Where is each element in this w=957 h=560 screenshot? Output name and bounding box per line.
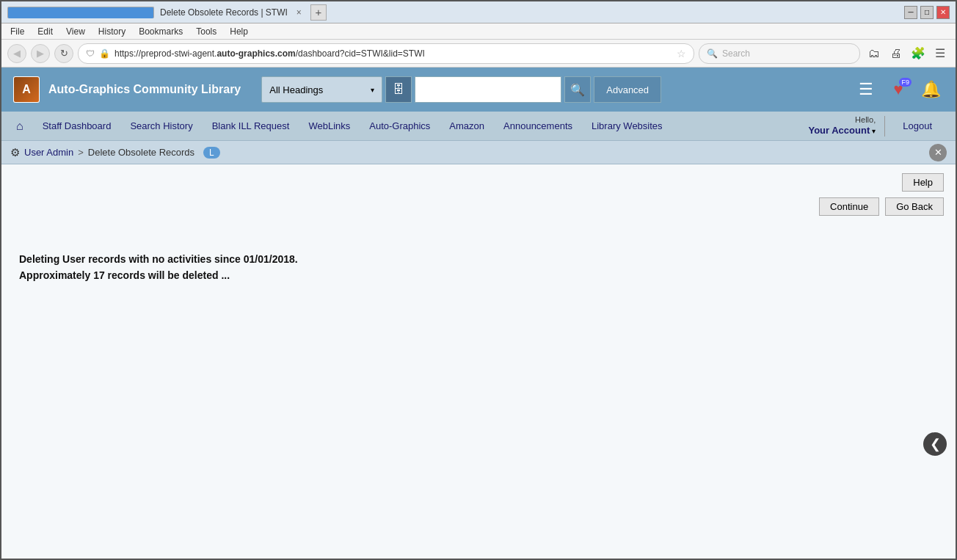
title-bar: Delete Obsolete Records | STWI × + ─ □ ✕: [1, 1, 956, 23]
back-nav-button[interactable]: ◀: [7, 44, 26, 63]
nav-search-history[interactable]: Search History: [121, 114, 201, 137]
tab-close-btn[interactable]: ×: [294, 7, 305, 18]
db-icon-button[interactable]: 🗄: [385, 76, 412, 103]
menu-bookmarks[interactable]: Bookmarks: [133, 25, 189, 38]
nav-auto-graphics[interactable]: Auto-Graphics: [360, 114, 439, 137]
app-title: Auto-Graphics Community Library: [48, 83, 241, 96]
go-back-button[interactable]: Go Back: [885, 197, 944, 216]
breadcrumb-separator: >: [78, 147, 84, 158]
list-view-button[interactable]: ☰: [853, 76, 879, 103]
nav-staff-dashboard[interactable]: Staff Dashboard: [34, 114, 120, 137]
favorites-button[interactable]: ♥ F9: [885, 76, 911, 103]
app-header: A Auto-Graphics Community Library All He…: [1, 68, 956, 112]
close-breadcrumb-button[interactable]: ✕: [929, 144, 947, 161]
minimize-button[interactable]: ─: [904, 6, 917, 19]
menu-file[interactable]: File: [4, 25, 30, 38]
browser-search-icon: 🔍: [707, 48, 718, 59]
url-text[interactable]: https://preprod-stwi-agent.auto-graphics…: [114, 48, 672, 59]
breadcrumb-current: Delete Obsolete Records: [88, 147, 194, 158]
account-label: Your Account: [808, 125, 870, 137]
nav-amazon[interactable]: Amazon: [440, 114, 493, 137]
breadcrumb-icon: ⚙: [10, 146, 20, 159]
account-chevron-icon: ▾: [872, 126, 876, 136]
heading-dropdown[interactable]: All Headings ▾: [261, 76, 382, 103]
breadcrumb-badge: L: [203, 147, 220, 159]
menu-tools[interactable]: Tools: [190, 25, 222, 38]
f9-badge: F9: [899, 78, 911, 87]
star-icon[interactable]: ☆: [677, 48, 686, 59]
breadcrumb-root[interactable]: User Admin: [24, 147, 73, 158]
search-icon: 🔍: [570, 83, 585, 97]
delete-message-line2: Approximately 17 records will be deleted…: [19, 267, 938, 283]
print-icon[interactable]: 🖨: [887, 44, 906, 63]
nav-announcements[interactable]: Announcements: [495, 114, 581, 137]
nav-library-websites[interactable]: Library Websites: [583, 114, 672, 137]
refresh-button[interactable]: ↻: [54, 44, 73, 63]
database-icon: 🗄: [393, 83, 404, 96]
pocket-icon[interactable]: 🗂: [865, 44, 884, 63]
home-icon: ⌂: [16, 120, 23, 133]
menu-view[interactable]: View: [60, 25, 91, 38]
forward-nav-button[interactable]: ▶: [31, 44, 50, 63]
search-button[interactable]: 🔍: [564, 76, 591, 103]
bell-icon: 🔔: [921, 80, 941, 99]
chevron-down-icon: ▾: [371, 86, 374, 94]
menu-history[interactable]: History: [92, 25, 131, 38]
nav-home[interactable]: ⌂: [7, 114, 32, 139]
maximize-button[interactable]: □: [920, 6, 934, 19]
app-logo: A: [13, 76, 40, 103]
menu-edit[interactable]: Edit: [32, 25, 59, 38]
help-button[interactable]: Help: [902, 173, 944, 192]
logout-button[interactable]: Logout: [894, 117, 941, 134]
hello-text: Hello,: [855, 114, 876, 125]
continue-button[interactable]: Continue: [819, 197, 879, 216]
account-button[interactable]: Your Account ▾: [808, 125, 876, 137]
nav-bar: ⌂ Staff Dashboard Search History Blank I…: [1, 112, 956, 141]
tab-favicon: [7, 7, 154, 18]
delete-message-line1: Deleting User records with no activities…: [19, 251, 938, 267]
address-bar: ◀ ▶ ↻ 🛡 🔒 https://preprod-stwi-agent.aut…: [1, 40, 956, 68]
search-input[interactable]: [415, 76, 561, 103]
browser-search-placeholder: Search: [722, 48, 750, 59]
delete-message: Deleting User records with no activities…: [19, 251, 938, 284]
nav-blank-ill-request[interactable]: Blank ILL Request: [203, 114, 299, 137]
search-container: All Headings ▾ 🗄 🔍 Advanced: [261, 76, 844, 103]
content-area: Help Continue Go Back Deleting User reco…: [1, 164, 956, 559]
content-toolbar: Help: [1, 164, 956, 194]
browser-search-bar[interactable]: 🔍 Search: [699, 43, 860, 64]
action-buttons: Continue Go Back: [1, 194, 956, 222]
advanced-button[interactable]: Advanced: [594, 76, 661, 103]
floating-back-button[interactable]: ❮: [923, 432, 947, 456]
close-button[interactable]: ✕: [936, 6, 950, 19]
content-body: Deleting User records with no activities…: [1, 222, 956, 313]
tab-title: Delete Obsolete Records | STWI: [160, 7, 288, 18]
nav-weblinks[interactable]: WebLinks: [299, 114, 359, 137]
lock-icon: 🔒: [99, 48, 110, 59]
breadcrumb-bar: ⚙ User Admin > Delete Obsolete Records L…: [1, 141, 956, 164]
nav-divider: [884, 116, 885, 137]
notifications-button[interactable]: 🔔: [917, 76, 944, 103]
extension-icon[interactable]: 🧩: [909, 44, 928, 63]
header-icons: ☰ ♥ F9 🔔: [853, 76, 944, 103]
heading-label: All Headings: [269, 84, 365, 95]
menu-help[interactable]: Help: [224, 25, 254, 38]
new-tab-button[interactable]: +: [310, 4, 327, 21]
menu-bar: File Edit View History Bookmarks Tools H…: [1, 23, 956, 40]
shield-icon: 🛡: [86, 48, 95, 59]
menu-icon[interactable]: ☰: [931, 44, 950, 63]
